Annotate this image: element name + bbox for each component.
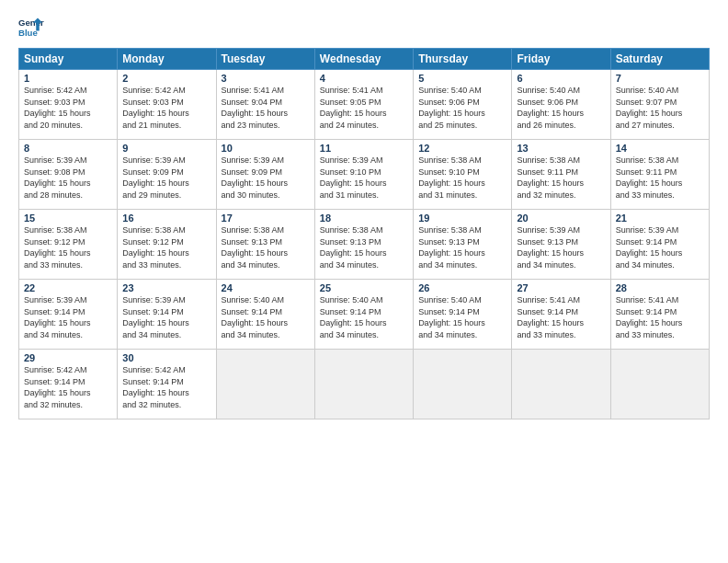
calendar-cell: 14Sunrise: 5:38 AM Sunset: 9:11 PM Dayli… — [610, 140, 709, 210]
day-info: Sunrise: 5:39 AM Sunset: 9:13 PM Dayligh… — [517, 224, 605, 270]
weekday-header: Friday — [512, 49, 610, 70]
day-info: Sunrise: 5:42 AM Sunset: 9:14 PM Dayligh… — [122, 364, 210, 410]
day-number: 30 — [122, 352, 210, 363]
weekday-header: Saturday — [610, 49, 709, 70]
calendar-cell: 18Sunrise: 5:38 AM Sunset: 9:13 PM Dayli… — [314, 210, 413, 280]
day-info: Sunrise: 5:40 AM Sunset: 9:14 PM Dayligh… — [320, 294, 408, 340]
day-info: Sunrise: 5:40 AM Sunset: 9:14 PM Dayligh… — [222, 294, 310, 340]
day-number: 5 — [418, 73, 506, 84]
day-number: 11 — [320, 143, 408, 154]
calendar-cell: 13Sunrise: 5:38 AM Sunset: 9:11 PM Dayli… — [512, 140, 610, 210]
calendar-cell: 11Sunrise: 5:39 AM Sunset: 9:10 PM Dayli… — [314, 140, 413, 210]
calendar-cell: 28Sunrise: 5:41 AM Sunset: 9:14 PM Dayli… — [610, 280, 709, 350]
calendar-cell: 10Sunrise: 5:39 AM Sunset: 9:09 PM Dayli… — [216, 140, 314, 210]
day-info: Sunrise: 5:38 AM Sunset: 9:11 PM Dayligh… — [616, 155, 704, 201]
calendar-cell: 25Sunrise: 5:40 AM Sunset: 9:14 PM Dayli… — [314, 280, 413, 350]
calendar-cell: 2Sunrise: 5:42 AM Sunset: 9:03 PM Daylig… — [118, 70, 216, 140]
calendar-cell: 17Sunrise: 5:38 AM Sunset: 9:13 PM Dayli… — [216, 210, 314, 280]
day-info: Sunrise: 5:39 AM Sunset: 9:08 PM Dayligh… — [24, 155, 112, 201]
day-number: 9 — [122, 143, 210, 154]
calendar-cell: 15Sunrise: 5:38 AM Sunset: 9:12 PM Dayli… — [19, 210, 118, 280]
day-number: 4 — [320, 73, 408, 84]
day-info: Sunrise: 5:38 AM Sunset: 9:10 PM Dayligh… — [418, 155, 506, 201]
day-info: Sunrise: 5:42 AM Sunset: 9:14 PM Dayligh… — [24, 364, 112, 410]
calendar-cell: 22Sunrise: 5:39 AM Sunset: 9:14 PM Dayli… — [19, 280, 118, 350]
calendar-cell: 27Sunrise: 5:41 AM Sunset: 9:14 PM Dayli… — [512, 280, 610, 350]
day-number: 17 — [222, 213, 310, 224]
day-number: 23 — [122, 282, 210, 293]
day-number: 18 — [320, 213, 408, 224]
day-info: Sunrise: 5:38 AM Sunset: 9:12 PM Dayligh… — [122, 224, 210, 270]
day-number: 21 — [616, 213, 704, 224]
calendar-cell — [414, 350, 512, 419]
calendar-cell: 16Sunrise: 5:38 AM Sunset: 9:12 PM Dayli… — [118, 210, 216, 280]
day-info: Sunrise: 5:40 AM Sunset: 9:06 PM Dayligh… — [418, 85, 506, 131]
calendar-cell: 8Sunrise: 5:39 AM Sunset: 9:08 PM Daylig… — [19, 140, 118, 210]
day-number: 29 — [24, 352, 112, 363]
day-info: Sunrise: 5:39 AM Sunset: 9:14 PM Dayligh… — [24, 294, 112, 340]
calendar-cell: 7Sunrise: 5:40 AM Sunset: 9:07 PM Daylig… — [610, 70, 709, 140]
day-number: 25 — [320, 282, 408, 293]
calendar-cell — [314, 350, 413, 419]
day-info: Sunrise: 5:39 AM Sunset: 9:14 PM Dayligh… — [122, 294, 210, 340]
day-info: Sunrise: 5:42 AM Sunset: 9:03 PM Dayligh… — [24, 85, 112, 131]
day-info: Sunrise: 5:39 AM Sunset: 9:09 PM Dayligh… — [222, 155, 310, 201]
day-number: 16 — [122, 213, 210, 224]
day-number: 28 — [616, 282, 704, 293]
day-info: Sunrise: 5:40 AM Sunset: 9:07 PM Dayligh… — [616, 85, 704, 131]
day-info: Sunrise: 5:40 AM Sunset: 9:06 PM Dayligh… — [517, 85, 605, 131]
day-number: 24 — [222, 282, 310, 293]
calendar-cell: 20Sunrise: 5:39 AM Sunset: 9:13 PM Dayli… — [512, 210, 610, 280]
calendar-cell: 23Sunrise: 5:39 AM Sunset: 9:14 PM Dayli… — [118, 280, 216, 350]
weekday-header: Tuesday — [216, 49, 314, 70]
day-info: Sunrise: 5:39 AM Sunset: 9:10 PM Dayligh… — [320, 155, 408, 201]
day-number: 1 — [24, 73, 112, 84]
day-number: 15 — [24, 213, 112, 224]
day-number: 27 — [517, 282, 605, 293]
day-number: 8 — [24, 143, 112, 154]
day-number: 13 — [517, 143, 605, 154]
calendar-cell: 29Sunrise: 5:42 AM Sunset: 9:14 PM Dayli… — [19, 350, 118, 419]
day-number: 26 — [418, 282, 506, 293]
day-number: 3 — [222, 73, 310, 84]
logo: General Blue — [18, 15, 44, 40]
logo-icon: General Blue — [18, 15, 44, 40]
calendar-cell: 21Sunrise: 5:39 AM Sunset: 9:14 PM Dayli… — [610, 210, 709, 280]
day-number: 2 — [122, 73, 210, 84]
calendar-cell: 26Sunrise: 5:40 AM Sunset: 9:14 PM Dayli… — [414, 280, 512, 350]
calendar-cell: 19Sunrise: 5:38 AM Sunset: 9:13 PM Dayli… — [414, 210, 512, 280]
svg-text:Blue: Blue — [18, 28, 38, 38]
day-info: Sunrise: 5:41 AM Sunset: 9:14 PM Dayligh… — [517, 294, 605, 340]
day-number: 7 — [616, 73, 704, 84]
day-info: Sunrise: 5:41 AM Sunset: 9:14 PM Dayligh… — [616, 294, 704, 340]
day-number: 6 — [517, 73, 605, 84]
calendar-cell — [610, 350, 709, 419]
header: General Blue — [18, 15, 710, 40]
day-info: Sunrise: 5:42 AM Sunset: 9:03 PM Dayligh… — [122, 85, 210, 131]
day-number: 19 — [418, 213, 506, 224]
day-info: Sunrise: 5:38 AM Sunset: 9:13 PM Dayligh… — [418, 224, 506, 270]
day-info: Sunrise: 5:39 AM Sunset: 9:14 PM Dayligh… — [616, 224, 704, 270]
weekday-header: Wednesday — [314, 49, 413, 70]
calendar-cell: 6Sunrise: 5:40 AM Sunset: 9:06 PM Daylig… — [512, 70, 610, 140]
calendar-cell: 9Sunrise: 5:39 AM Sunset: 9:09 PM Daylig… — [118, 140, 216, 210]
day-info: Sunrise: 5:40 AM Sunset: 9:14 PM Dayligh… — [418, 294, 506, 340]
page: General Blue SundayMondayTuesdayWednesda… — [0, 0, 728, 563]
day-number: 14 — [616, 143, 704, 154]
calendar-table: SundayMondayTuesdayWednesdayThursdayFrid… — [18, 48, 710, 419]
day-number: 12 — [418, 143, 506, 154]
weekday-header: Sunday — [19, 49, 118, 70]
calendar-cell: 30Sunrise: 5:42 AM Sunset: 9:14 PM Dayli… — [118, 350, 216, 419]
calendar-cell: 3Sunrise: 5:41 AM Sunset: 9:04 PM Daylig… — [216, 70, 314, 140]
day-info: Sunrise: 5:38 AM Sunset: 9:13 PM Dayligh… — [320, 224, 408, 270]
day-number: 22 — [24, 282, 112, 293]
day-number: 20 — [517, 213, 605, 224]
weekday-header: Monday — [118, 49, 216, 70]
day-info: Sunrise: 5:39 AM Sunset: 9:09 PM Dayligh… — [122, 155, 210, 201]
day-info: Sunrise: 5:38 AM Sunset: 9:12 PM Dayligh… — [24, 224, 112, 270]
calendar-cell — [512, 350, 610, 419]
calendar-cell: 4Sunrise: 5:41 AM Sunset: 9:05 PM Daylig… — [314, 70, 413, 140]
calendar-cell: 12Sunrise: 5:38 AM Sunset: 9:10 PM Dayli… — [414, 140, 512, 210]
day-info: Sunrise: 5:38 AM Sunset: 9:13 PM Dayligh… — [222, 224, 310, 270]
day-number: 10 — [222, 143, 310, 154]
